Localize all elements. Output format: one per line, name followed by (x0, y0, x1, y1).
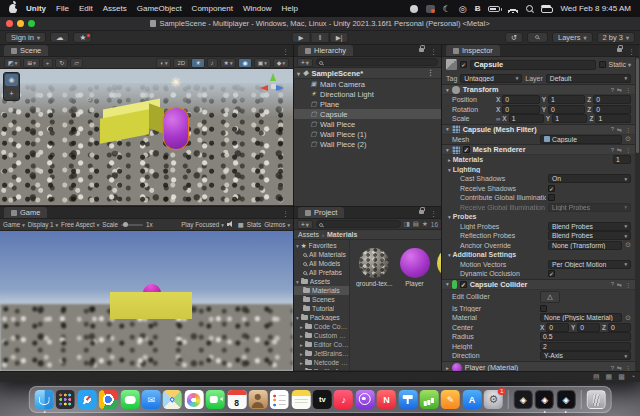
tab-project[interactable]: Project (298, 207, 344, 218)
foldout-caret-icon[interactable]: ▸ (300, 342, 303, 348)
dock-notes[interactable] (291, 390, 310, 409)
dock-maps[interactable] (163, 390, 182, 409)
mesh-object-field[interactable]: Capsule (540, 135, 622, 144)
help-icon[interactable]: ? (611, 281, 614, 287)
hierarchy-item-plane[interactable]: ▢Plane (294, 99, 441, 109)
battery-icon[interactable] (488, 6, 500, 12)
spotlight-icon[interactable] (526, 5, 533, 12)
control-center-icon[interactable] (541, 5, 551, 13)
scale-y-field[interactable]: 1 (552, 114, 587, 123)
hierarchy-item-wall-piece-1[interactable]: ▢Wall Piece (1) (294, 129, 441, 139)
project-tree-jetbrains-rider-editor[interactable]: ▸JetBrains Rider Editor (294, 349, 349, 358)
kebab-icon[interactable]: ⋮ (625, 126, 631, 133)
2d-toggle-button[interactable]: 2D (173, 58, 189, 68)
hierarchy-item-main-camera[interactable]: ▣Main Camera (294, 79, 441, 89)
cache-server-icon[interactable]: ▩ (618, 373, 625, 381)
inspector-scrollbar[interactable] (635, 57, 639, 371)
material-section-header[interactable]: ▸Player (Material) ?⇆⋮ (442, 361, 635, 372)
scene-row-kebab-icon[interactable]: ⋮ (423, 69, 438, 77)
position-x-field[interactable]: 0 (502, 95, 539, 104)
motion-vectors-dropdown[interactable]: Per Object Motion▾ (548, 260, 631, 269)
menubar-clock[interactable]: Wed Feb 8 9:45 AM (560, 4, 631, 13)
game-menu-kebab-icon[interactable]: ⋮ (278, 210, 293, 218)
project-tree-editor-coroutines[interactable]: ▸Editor Coroutines (294, 340, 349, 349)
dock-keynote[interactable] (398, 390, 417, 409)
bluetooth-icon[interactable]: Ƀ (475, 5, 481, 13)
preset-icon[interactable]: ⇆ (617, 146, 622, 153)
rotation-z-field[interactable]: 0 (593, 105, 631, 114)
asset-wall[interactable]: Wall (437, 248, 442, 287)
preset-icon[interactable]: ⇆ (617, 364, 622, 371)
scale-x-field[interactable]: 1 (509, 114, 544, 123)
scale-z-field[interactable]: 1 (595, 114, 631, 123)
tab-game[interactable]: Game (4, 207, 47, 218)
project-tree-assets[interactable]: ▾Assets (294, 277, 349, 286)
dock-contacts[interactable] (249, 390, 268, 409)
snap-scale-button[interactable]: ▱ (70, 58, 83, 68)
menubar-item-unity[interactable]: Unity (26, 4, 46, 13)
vsync-icon[interactable]: ▦ (238, 221, 244, 228)
static-control[interactable]: Static▾ (599, 61, 631, 68)
is-trigger-checkbox[interactable] (540, 305, 547, 312)
anchor-override-field[interactable]: None (Transform) (548, 241, 622, 250)
preset-icon[interactable]: ⇆ (617, 126, 622, 133)
dock-system-settings[interactable]: ⚙1 (484, 390, 503, 409)
menubar-item-file[interactable]: File (56, 4, 69, 13)
wifi-icon[interactable] (508, 5, 518, 13)
dock-safari[interactable] (78, 390, 97, 409)
static-checkbox[interactable] (599, 61, 606, 68)
play-button[interactable]: ▶ (292, 32, 311, 43)
layer-dropdown[interactable]: Default▾ (546, 74, 631, 83)
tag-dropdown[interactable]: Untagged▾ (460, 74, 522, 83)
version-control-button[interactable]: ★ (73, 32, 92, 43)
inspector-kebab-icon[interactable]: ⋮ (624, 48, 639, 56)
transform-section-header[interactable]: ▾Transform ?⇆⋮ (442, 84, 635, 95)
scale-slider[interactable] (121, 224, 143, 226)
light-probes-dropdown[interactable]: Blend Probes▾ (548, 222, 631, 231)
height-field[interactable]: 2 (540, 342, 631, 351)
tab-scene[interactable]: Scene (4, 45, 48, 56)
dock-unity-editor[interactable]: ◈ (535, 390, 554, 409)
capsule-collider-section-header[interactable]: ▾Capsule Collider ?⇆⋮ (442, 279, 635, 290)
preset-icon[interactable]: ⇆ (617, 86, 622, 93)
dock-reminders[interactable] (270, 390, 289, 409)
snap-rotate-button[interactable]: ↻ (55, 58, 68, 68)
wall-piece-object[interactable] (100, 101, 166, 151)
scrollbar-thumb[interactable] (636, 58, 639, 153)
game-gizmos-dropdown[interactable]: Gizmos▾ (264, 221, 290, 228)
scene-menu-kebab-icon[interactable]: ⋮ (278, 48, 293, 56)
sign-in-button[interactable]: Sign in▾ (5, 32, 46, 43)
foldout-caret-icon[interactable]: ▸ (300, 360, 303, 366)
camera-settings-button[interactable]: ▣▾ (254, 58, 271, 68)
project-tree-custom-nunit[interactable]: ▸Custom NUnit (294, 331, 349, 340)
hierarchy-item-directional-light[interactable]: ☀Directional Light (294, 89, 441, 99)
stats-toggle[interactable]: Stats (247, 221, 261, 228)
position-y-field[interactable]: 1 (548, 95, 585, 104)
hierarchy-item-wall-piece-2[interactable]: ▢Wall Piece (2) (294, 139, 441, 149)
menubar-item-component[interactable]: Component (192, 4, 233, 13)
foldout-caret-icon[interactable]: ▾ (296, 315, 299, 321)
contribute-gi-checkbox[interactable] (548, 194, 555, 201)
lock-icon[interactable] (617, 48, 622, 52)
materials-row[interactable]: ▸ Materials 1 (442, 155, 635, 165)
scene-viewport[interactable]: ☀ ☼ (0, 69, 293, 205)
direction-dropdown[interactable]: Y-Axis▾ (540, 351, 631, 360)
center-z-field[interactable]: 0 (608, 323, 631, 332)
foldout-caret-icon[interactable]: ▸ (300, 369, 303, 371)
uniform-scale-link-icon[interactable]: ∞ (496, 116, 500, 122)
input-source-icon[interactable] (410, 5, 418, 13)
view-tool-button[interactable]: ◉ (5, 74, 18, 86)
search-by-type-icon[interactable]: ◨ (404, 220, 410, 228)
tool-settings-button[interactable]: ◩▾ (4, 58, 21, 68)
dock-finder[interactable] (35, 390, 54, 409)
directional-light-gizmo-icon[interactable]: ☼ (86, 95, 92, 102)
tab-hierarchy[interactable]: Hierarchy (298, 45, 353, 56)
foldout-caret-icon[interactable]: ▸ (300, 333, 303, 339)
cloud-services-button[interactable]: ☁ (50, 32, 70, 43)
draw-mode-button[interactable]: ◐▾ (156, 58, 171, 68)
probes-foldout[interactable]: ▾ Probes (442, 212, 635, 222)
screen-recording-icon[interactable] (426, 5, 435, 13)
gizmos-menu-button[interactable]: ◆▾ (273, 58, 289, 68)
breadcrumb-materials[interactable]: Materials (327, 231, 357, 238)
create-object-button[interactable]: +▾ (297, 58, 313, 67)
